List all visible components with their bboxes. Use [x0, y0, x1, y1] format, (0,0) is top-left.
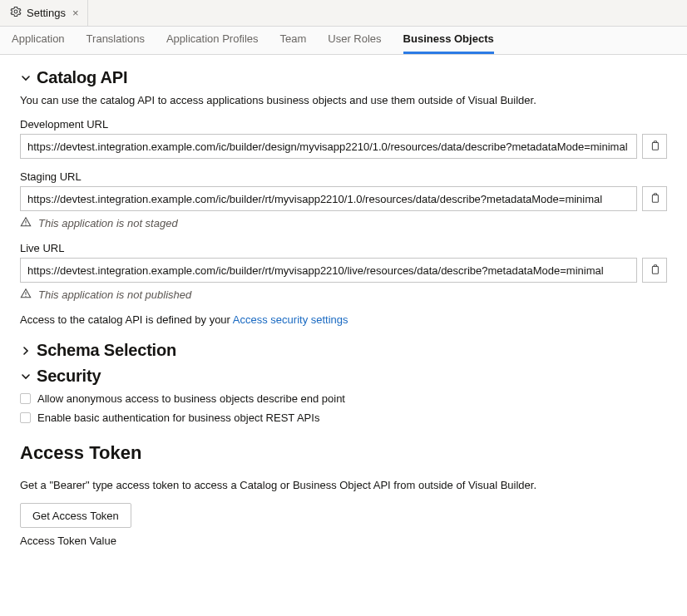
close-icon[interactable]: ×: [71, 7, 81, 19]
live-url-label: Live URL: [20, 242, 667, 254]
staging-url-label: Staging URL: [20, 170, 667, 183]
tab-team[interactable]: Team: [280, 25, 307, 54]
warning-icon: [20, 216, 32, 230]
chevron-down-icon: [20, 74, 32, 82]
tab-business-objects[interactable]: Business Objects: [403, 25, 494, 54]
live-warning: This application is not published: [38, 288, 191, 301]
tab-translations[interactable]: Translations: [86, 25, 145, 54]
settings-subnav: Application Translations Application Pro…: [0, 27, 687, 55]
access-token-description: Get a "Bearer" type access token to acce…: [20, 479, 667, 491]
chevron-right-icon: [20, 347, 32, 355]
copy-dev-url-button[interactable]: [642, 134, 667, 159]
tab-application-profiles[interactable]: Application Profiles: [166, 25, 259, 54]
allow-anonymous-label: Allow anonymous access to business objec…: [37, 392, 345, 405]
gear-icon: [10, 6, 22, 20]
access-token-value-label: Access Token Value: [20, 535, 667, 547]
section-header-schema-selection[interactable]: Schema Selection: [20, 341, 667, 360]
catalog-api-description: You can use the catalog API to access ap…: [20, 94, 667, 106]
svg-point-3: [25, 224, 26, 225]
clipboard-icon: [649, 140, 660, 154]
clipboard-icon: [649, 264, 660, 278]
content-area: Catalog API You can use the catalog API …: [0, 55, 687, 570]
access-security-line: Access to the catalog API is defined by …: [20, 313, 667, 326]
access-security-settings-link[interactable]: Access security settings: [233, 313, 348, 326]
copy-staging-url-button[interactable]: [642, 186, 667, 211]
enable-basic-auth-label: Enable basic authentication for business…: [37, 411, 319, 424]
section-header-catalog-api[interactable]: Catalog API: [20, 68, 667, 87]
allow-anonymous-checkbox[interactable]: [20, 393, 31, 404]
editor-tabstrip: Settings ×: [0, 0, 687, 27]
access-token-heading: Access Token: [20, 442, 667, 464]
catalog-api-title: Catalog API: [37, 68, 127, 87]
tab-title: Settings: [27, 7, 66, 19]
svg-point-6: [25, 296, 26, 297]
schema-selection-title: Schema Selection: [37, 341, 176, 360]
staging-url-input[interactable]: [20, 186, 637, 211]
settings-tab[interactable]: Settings ×: [2, 0, 88, 26]
tab-application[interactable]: Application: [12, 25, 65, 54]
security-title: Security: [37, 367, 101, 386]
section-header-security[interactable]: Security: [20, 367, 667, 386]
svg-rect-0: [652, 142, 658, 150]
access-line-prefix: Access to the catalog API is defined by …: [20, 313, 233, 326]
chevron-down-icon: [20, 372, 32, 381]
warning-icon: [20, 288, 32, 302]
enable-basic-auth-checkbox[interactable]: [20, 412, 31, 423]
staging-warning: This application is not staged: [38, 217, 178, 229]
clipboard-icon: [649, 192, 660, 206]
get-access-token-button[interactable]: Get Access Token: [20, 503, 131, 528]
copy-live-url-button[interactable]: [642, 258, 667, 283]
tab-user-roles[interactable]: User Roles: [328, 25, 381, 54]
dev-url-label: Development URL: [20, 118, 667, 131]
svg-rect-1: [652, 195, 658, 202]
dev-url-input[interactable]: [20, 134, 637, 159]
svg-rect-4: [652, 266, 658, 274]
live-url-input[interactable]: [20, 258, 637, 283]
